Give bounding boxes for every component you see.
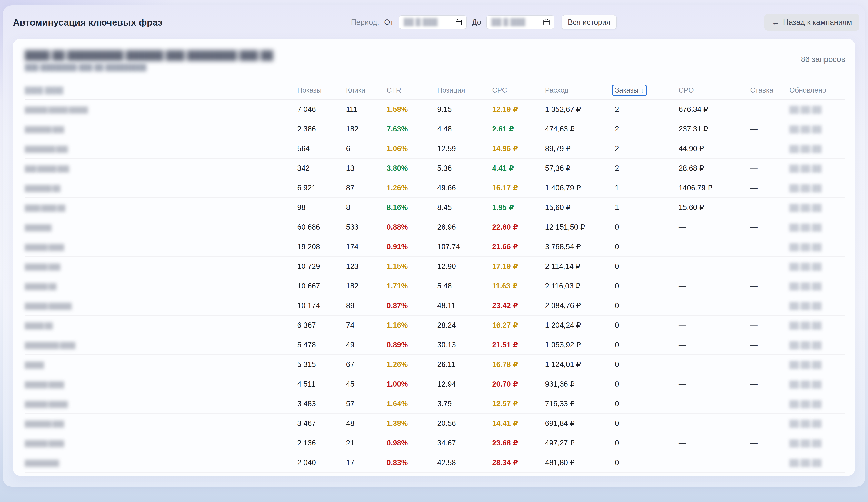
cell-bid: — <box>750 203 789 212</box>
cell-cpo: — <box>679 459 750 467</box>
cell-bid: — <box>750 125 789 133</box>
cell-clicks: 89 <box>346 301 387 310</box>
orders-sort-control[interactable]: Заказы ↓ <box>612 84 647 96</box>
cell-shows: 342 <box>297 164 346 172</box>
cell-spend: 1 406,79 ₽ <box>545 183 615 192</box>
cell-bid: — <box>750 223 789 231</box>
cell-orders: 1 <box>615 203 679 212</box>
sort-desc-icon: ↓ <box>640 86 644 94</box>
top-bar: Автоминусация ключевых фраз Период: От █… <box>3 6 865 39</box>
cell-bid: — <box>750 439 789 447</box>
cell-updated: ██.██.██ <box>789 321 845 330</box>
cell-clicks: 6 <box>346 144 387 153</box>
cell-updated: ██.██.██ <box>789 125 845 133</box>
keyword-masked: ██████ ████ <box>25 440 64 446</box>
cell-position: 107.74 <box>437 243 492 251</box>
cell-keyword: ███████ ███ <box>25 419 297 428</box>
cell-ctr: 1.26% <box>387 360 437 369</box>
column-header-position[interactable]: Позиция <box>437 86 492 94</box>
cell-cpc: 20.70 ₽ <box>492 380 545 388</box>
cell-updated: ██.██.██ <box>789 105 845 114</box>
column-header-ctr[interactable]: CTR <box>387 86 437 94</box>
cell-spend: 474,63 ₽ <box>545 124 615 133</box>
cell-shows: 6 921 <box>297 184 346 192</box>
cell-bid: — <box>750 321 789 330</box>
table-row: ██████ ██ 10 667 182 1.71% 5.48 11.63 ₽ … <box>25 276 845 296</box>
cell-ctr: 0.91% <box>387 243 437 251</box>
updated-masked: ██.██.██ <box>789 145 822 152</box>
cell-shows: 564 <box>297 144 346 153</box>
cell-bid: — <box>750 400 789 408</box>
cell-cpo: — <box>679 341 750 349</box>
period-label: Период: <box>351 18 379 27</box>
cell-cpo: — <box>679 262 750 271</box>
cell-orders: 0 <box>615 301 679 310</box>
updated-masked: ██.██.██ <box>789 184 822 192</box>
cell-clicks: 87 <box>346 184 387 192</box>
keyword-masked: ████ ████ ██ <box>25 205 65 211</box>
cell-clicks: 123 <box>346 262 387 271</box>
cell-clicks: 48 <box>346 419 387 428</box>
cell-spend: 931,36 ₽ <box>545 380 615 388</box>
column-header-keyword[interactable]: ████ ████ <box>25 87 297 94</box>
cell-orders: 0 <box>615 459 679 467</box>
cell-updated: ██.██.██ <box>789 282 845 290</box>
keyword-masked: ██████ ████ <box>25 381 64 388</box>
keyword-masked: ██████ ██████ <box>25 303 71 309</box>
cell-cpc: 1.95 ₽ <box>492 203 545 212</box>
cell-bid: — <box>750 184 789 192</box>
cell-bid: — <box>750 262 789 271</box>
cell-orders: 0 <box>615 360 679 369</box>
all-history-button[interactable]: Вся история <box>561 15 617 29</box>
cell-cpo: — <box>679 282 750 290</box>
date-to-input[interactable]: ██ █ ███ <box>486 15 555 29</box>
cell-position: 12.90 <box>437 262 492 271</box>
date-from-value: ██ █ ███ <box>404 18 438 26</box>
cell-cpc: 14.96 ₽ <box>492 144 545 153</box>
cell-clicks: 67 <box>346 360 387 369</box>
cell-ctr: 0.98% <box>387 439 437 447</box>
date-to-value: ██ █ ███ <box>492 18 525 26</box>
column-header-updated[interactable]: Обновлено <box>789 86 845 94</box>
updated-masked: ██.██.██ <box>789 341 822 349</box>
cell-shows: 2 386 <box>297 125 346 133</box>
column-header-clicks[interactable]: Клики <box>346 86 387 94</box>
cell-shows: 5 478 <box>297 341 346 349</box>
cell-ctr: 0.89% <box>387 341 437 349</box>
cell-keyword: █████████ ████ <box>25 341 297 349</box>
column-header-bid[interactable]: Ставка <box>750 86 789 94</box>
cell-clicks: 8 <box>346 203 387 212</box>
cell-clicks: 45 <box>346 380 387 388</box>
updated-masked: ██.██.██ <box>789 165 822 172</box>
page-title: Автоминусация ключевых фраз <box>13 17 163 28</box>
cell-keyword: ██████ █████ █████ <box>25 105 297 114</box>
cell-ctr: 1.16% <box>387 321 437 330</box>
calendar-icon[interactable] <box>455 18 463 26</box>
orders-header-label: Заказы <box>615 86 638 94</box>
cell-clicks: 57 <box>346 400 387 408</box>
cell-ctr: 1.64% <box>387 400 437 408</box>
cell-ctr: 0.88% <box>387 223 437 231</box>
cell-position: 5.36 <box>437 164 492 172</box>
table-row: ██████ ████ 2 136 21 0.98% 34.67 23.68 ₽… <box>25 433 845 453</box>
table-row: ███████ ███ 3 467 48 1.38% 20.56 14.41 ₽… <box>25 414 845 433</box>
cell-position: 26.11 <box>437 360 492 369</box>
column-header-spend[interactable]: Расход <box>545 86 615 94</box>
back-to-campaigns-button[interactable]: ← Назад к кампаниям <box>764 14 859 31</box>
calendar-icon[interactable] <box>543 18 550 26</box>
updated-masked: ██.██.██ <box>789 400 822 408</box>
cell-cpc: 4.41 ₽ <box>492 164 545 172</box>
cell-cpc: 23.42 ₽ <box>492 301 545 310</box>
cell-shows: 5 315 <box>297 360 346 369</box>
cell-clicks: 74 <box>346 321 387 330</box>
date-from-input[interactable]: ██ █ ███ <box>399 15 467 29</box>
column-header-cpc[interactable]: CPC <box>492 86 545 94</box>
column-header-cpo[interactable]: CPO <box>679 86 750 94</box>
updated-masked: ██.██.██ <box>789 263 822 270</box>
cell-updated: ██.██.██ <box>789 243 845 251</box>
cell-clicks: 174 <box>346 243 387 251</box>
column-header-shows[interactable]: Показы <box>297 86 346 94</box>
cell-spend: 691,84 ₽ <box>545 419 615 428</box>
cell-cpo: 28.68 ₽ <box>679 164 750 172</box>
arrow-left-icon: ← <box>772 18 779 27</box>
